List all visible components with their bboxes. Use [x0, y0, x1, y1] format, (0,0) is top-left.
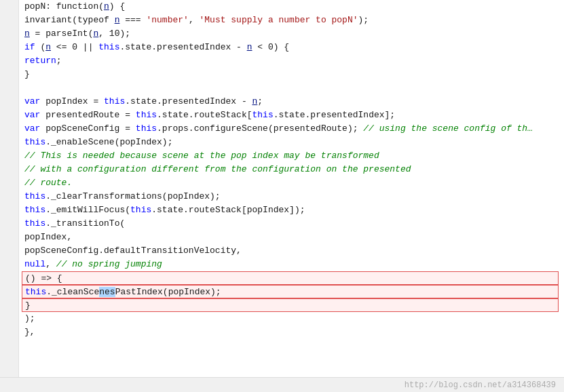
code-line: // route.: [24, 176, 559, 190]
status-bar: http://blog.csdn.net/a314368439: [0, 377, 564, 392]
line-number: [4, 27, 14, 41]
code-editor: popN: function(n) { invariant(typeof n =…: [0, 0, 564, 392]
line-number: [4, 109, 14, 122]
line-number: [4, 14, 14, 27]
code-line: if (n <= 0 || this.state.presentedIndex …: [24, 41, 559, 54]
line-number: [4, 298, 14, 312]
line-number: [4, 217, 14, 231]
code-line: }: [24, 68, 559, 81]
code-lines[interactable]: popN: function(n) { invariant(typeof n =…: [19, 0, 564, 377]
line-number: [4, 41, 14, 54]
code-line: );: [24, 312, 559, 326]
line-number: [4, 258, 14, 271]
line-number: [4, 312, 14, 326]
code-line: this._emitWillFocus(this.state.routeStac…: [24, 203, 559, 217]
line-number: [4, 203, 14, 217]
code-line: () => {: [22, 271, 559, 285]
code-line: },: [24, 326, 559, 339]
code-line: popSceneConfig.defaultTransitionVelocity…: [24, 244, 559, 258]
line-number: [4, 231, 14, 244]
watermark: http://blog.csdn.net/a314368439: [405, 380, 556, 390]
code-line: this._enableScene(popIndex);: [24, 136, 559, 149]
code-line: [24, 81, 559, 95]
code-line: return;: [24, 54, 559, 68]
line-number: [4, 244, 14, 258]
code-line: var presentedRoute = this.state.routeSta…: [24, 109, 559, 122]
code-line: this._cleanScenesPastIndex(popIndex);: [22, 285, 559, 298]
line-number: [4, 0, 14, 14]
code-line: this._transitionTo(: [24, 217, 559, 231]
line-number: [4, 68, 14, 81]
line-number: [4, 95, 14, 109]
code-line: }: [22, 298, 559, 312]
line-number: [4, 271, 14, 285]
code-line: var popIndex = this.state.presentedIndex…: [24, 95, 559, 109]
code-line: var popSceneConfig = this.props.configur…: [24, 122, 559, 136]
line-number: [4, 149, 14, 163]
line-number: [4, 285, 14, 298]
code-line: invariant(typeof n === 'number', 'Must s…: [24, 14, 559, 27]
code-line: this._clearTransformations(popIndex);: [24, 190, 559, 203]
code-line: // This is needed because scene at the p…: [24, 149, 559, 163]
line-number: [4, 136, 14, 149]
line-numbers: [0, 0, 19, 377]
line-number: [4, 122, 14, 136]
code-area: popN: function(n) { invariant(typeof n =…: [0, 0, 564, 377]
code-line: popN: function(n) {: [24, 0, 559, 14]
line-number: [4, 176, 14, 190]
line-number: [4, 81, 14, 95]
line-number: [4, 326, 14, 339]
line-number: [4, 190, 14, 203]
line-number: [4, 54, 14, 68]
code-line: null, // no spring jumping: [24, 258, 559, 271]
code-line: popIndex,: [24, 231, 559, 244]
code-line: // with a configuration different from t…: [24, 163, 559, 176]
line-number: [4, 163, 14, 176]
code-line: n = parseInt(n, 10);: [24, 27, 559, 41]
